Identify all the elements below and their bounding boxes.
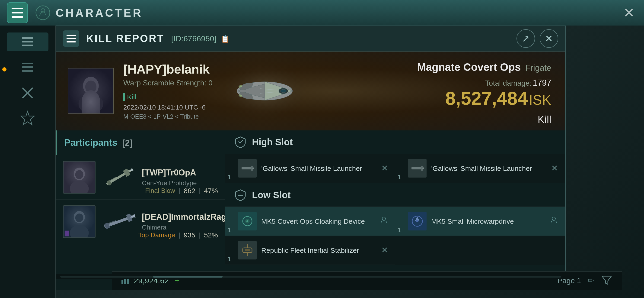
participant-2-avatar — [64, 205, 95, 238]
sidebar — [0, 26, 56, 298]
slot-qty: 1 — [398, 226, 401, 234]
scrollbar-track — [60, 276, 561, 277]
participant-2-weapon — [100, 210, 137, 233]
top-damage-label: Top Damage — [138, 231, 175, 239]
isk-label: ISK — [529, 92, 551, 108]
kill-report-panel: KILL REPORT [ID:6766950] 📋 ↗ ✕ — [56, 26, 566, 290]
shield-low-icon — [234, 189, 247, 201]
kill-body: Participants [2] — [56, 130, 565, 290]
svg-rect-4 — [22, 45, 34, 46]
low-slot-header: Low Slot — [225, 183, 565, 207]
missile-launcher-2-icon — [410, 161, 424, 175]
participant-1-portrait — [63, 161, 96, 194]
svg-rect-41 — [65, 231, 69, 236]
slot-item-name: 'Gallows' Small Missile Launcher — [261, 164, 379, 173]
weapon-1-icon — [100, 166, 137, 189]
slot-item-name: MK5 Small Microwarpdrive — [431, 217, 548, 226]
participant-2-name: [DEAD]ImmortalzRage — [142, 212, 225, 222]
slot-item-close-button[interactable]: ✕ — [381, 245, 388, 255]
sidebar-item-medals[interactable] — [7, 109, 48, 128]
svg-point-15 — [78, 94, 104, 114]
isk-value: 8,527,484 — [445, 88, 528, 109]
filter-button[interactable] — [601, 274, 612, 287]
low-slot-title: Low Slot — [252, 190, 291, 200]
participant-2-damage: 935 — [184, 231, 196, 239]
svg-rect-51 — [412, 167, 422, 169]
slot-item-person-icon — [380, 216, 388, 226]
microwarpdrive-icon — [410, 214, 424, 228]
person-icon — [550, 216, 558, 224]
participants-header: Participants [2] — [56, 130, 225, 155]
close-app-button[interactable]: ✕ — [623, 5, 635, 21]
slot-qty: 1 — [228, 173, 231, 181]
missile-launcher-icon — [240, 161, 254, 175]
svg-marker-81 — [602, 276, 611, 284]
main-menu-button[interactable] — [7, 2, 28, 23]
svg-rect-48 — [242, 167, 252, 169]
slots-panel: High Slot 1 'Gallows' Small Missile Laun… — [225, 130, 565, 290]
top-bar: CHARACTER ✕ — [0, 0, 644, 26]
svg-point-0 — [36, 6, 50, 20]
participant-2-stats: Top Damage | 935 | 52% — [138, 231, 218, 239]
participant-2-ship: Chimera — [142, 224, 225, 231]
slot-item: 1 'Gallows' Small Missile Launcher ✕ — [395, 154, 565, 183]
slot-item-icon — [238, 241, 257, 259]
high-slot-title: High Slot — [252, 137, 293, 147]
slot-item: 1 MK5 Small Microwarpdrive — [395, 207, 565, 236]
participant-1-percent: 47% — [204, 187, 218, 195]
participant-1-weapon — [100, 166, 137, 189]
sidebar-item-bio[interactable] — [7, 58, 48, 77]
pilot-portrait — [68, 68, 114, 114]
low-slot-icon — [234, 188, 247, 202]
slot-item-person-icon — [550, 216, 558, 226]
ship-name: Magnate Covert Ops — [417, 61, 521, 73]
damage-value: 1797 — [533, 78, 551, 88]
external-link-button[interactable]: ↗ — [516, 29, 535, 48]
svg-point-57 — [246, 220, 248, 222]
slot-item-close-button[interactable]: ✕ — [381, 163, 388, 173]
high-slot-header: High Slot — [225, 130, 565, 154]
slot-item-close-button[interactable]: ✕ — [551, 163, 558, 173]
kill-report-title: KILL REPORT — [86, 33, 164, 44]
combat-icon — [21, 86, 34, 100]
kill-report-hero: [HAPY]belanik Warp Scramble Strength: 0 … — [56, 52, 565, 130]
edit-button[interactable]: ✏ — [588, 276, 594, 285]
participant-item: [TWP]Tr0OpA Can-Yue Prototype Final Blow… — [56, 155, 225, 200]
ship-info: Magnate Covert Ops Frigate Total damage:… — [417, 61, 551, 125]
scrollbar-thumb[interactable] — [153, 276, 222, 277]
person-icon — [380, 216, 388, 224]
svg-rect-5 — [22, 63, 34, 64]
app-title: CHARACTER — [56, 7, 143, 19]
svg-point-62 — [552, 217, 556, 220]
sidebar-item-menu[interactable] — [7, 33, 48, 51]
slot-item-name: Republic Fleet Inertial Stabilizer — [261, 246, 379, 255]
sidebar-item-combat[interactable] — [7, 84, 48, 102]
kill-report-header: KILL REPORT [ID:6766950] 📋 ↗ ✕ — [56, 26, 565, 52]
kill-badge-accent — [123, 93, 125, 101]
slot-item-icon — [408, 212, 426, 230]
slot-item-icon — [238, 212, 257, 230]
participant-2-info: [DEAD]ImmortalzRage Chimera — [142, 212, 225, 231]
kill-report-actions: ↗ ✕ — [516, 29, 558, 48]
participant-1-info: [TWP]Tr0OpA Can-Yue Prototype — [142, 168, 218, 187]
svg-point-13 — [85, 81, 97, 93]
svg-rect-33 — [123, 168, 130, 177]
slot-qty: 1 — [228, 226, 231, 234]
notification-dot — [2, 67, 6, 72]
slot-item: 1 'Gallows' Small Missile Launcher ✕ — [225, 154, 395, 183]
svg-marker-10 — [21, 111, 34, 125]
menu-icon — [22, 37, 34, 47]
damage-label: Total damage: — [485, 79, 532, 87]
svg-rect-3 — [22, 41, 34, 43]
svg-point-61 — [416, 220, 418, 222]
kill-report-menu-button[interactable] — [63, 31, 79, 47]
kill-report-footer: 29,924.62 + Page 1 ✏ — [112, 271, 622, 290]
svg-rect-6 — [22, 66, 34, 68]
kill-type-label: Kill — [417, 114, 551, 125]
kill-report-id: [ID:6766950] 📋 — [171, 34, 230, 43]
close-kill-report-button[interactable]: ✕ — [540, 29, 558, 48]
pilot-avatar-svg — [68, 68, 113, 114]
stabilizer-icon — [240, 243, 254, 257]
svg-rect-2 — [22, 37, 34, 39]
slot-item-icon — [238, 159, 257, 178]
